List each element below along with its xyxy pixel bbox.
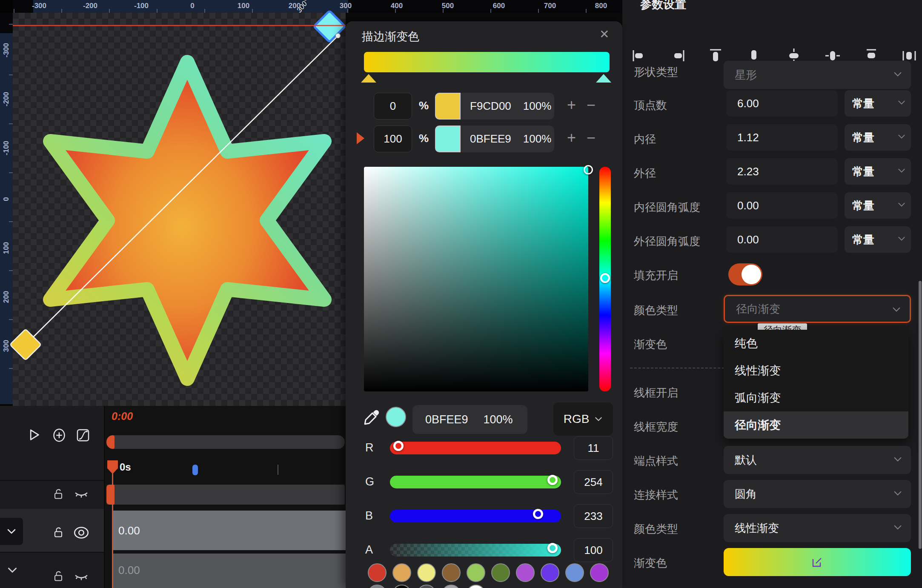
inner-corner-input[interactable]: 0.00 [726,192,838,219]
palette-swatch[interactable] [516,563,535,582]
eye-open-icon[interactable] [72,526,90,539]
inner-radius-input[interactable]: 1.12 [726,124,838,151]
eye-closed-icon[interactable] [73,488,89,500]
palette-swatch[interactable] [392,563,411,582]
inner-radius-mode-dropdown[interactable]: 常量 [845,124,911,151]
ruler-label: 600 [493,2,505,10]
stop-position-input[interactable]: 0 [374,93,412,120]
stop-position-input[interactable]: 100 [374,126,412,152]
outer-corner-input[interactable]: 0.00 [726,226,838,253]
palette-swatch[interactable] [491,563,510,582]
slider-knob[interactable] [393,441,404,451]
hue-slider[interactable] [599,167,611,391]
scrollbar-thumb[interactable] [919,281,922,549]
outer-radius-mode-dropdown[interactable]: 常量 [845,158,911,185]
green-slider[interactable] [390,476,561,488]
vertex-count-input[interactable]: 6.00 [726,90,838,117]
gradient-stop-marker-start[interactable] [361,74,376,83]
palette-swatch[interactable] [442,585,461,588]
stop-hex-field[interactable]: F9CD00 100% [461,93,554,120]
align-right-icon[interactable] [667,46,687,66]
inner-corner-mode-dropdown[interactable]: 常量 [845,192,911,219]
easing-curve-button[interactable] [76,428,90,442]
slider-knob[interactable] [547,475,558,485]
property-track[interactable]: 0.00 [112,554,346,588]
menu-item-radial-gradient[interactable]: 径向渐变 [724,411,908,439]
layer-expand-button[interactable] [0,518,23,545]
stroke-color-type-dropdown[interactable]: 线性渐变 [724,514,911,542]
channel-value[interactable]: 100 [574,538,613,562]
palette-swatch[interactable] [442,563,461,582]
stop-hex-field[interactable]: 0BFEE9 100% [461,126,554,152]
timeline-clip-bar[interactable] [106,485,345,505]
add-keyframe-button[interactable] [52,428,66,442]
channel-value[interactable]: 254 [574,470,613,494]
palette-swatch[interactable] [467,585,485,588]
current-color-swatch[interactable] [386,407,406,427]
saturation-value-picker[interactable] [364,167,588,391]
vertex-count-mode-dropdown[interactable]: 常量 [845,90,911,117]
palette-swatch[interactable] [417,563,436,582]
timeline-scrubber[interactable] [106,435,345,449]
palette-swatch[interactable] [565,563,584,582]
remove-stop-button[interactable]: − [587,96,596,114]
palette-swatch[interactable] [392,585,411,588]
palette-swatch[interactable] [467,563,485,582]
stop-color-swatch[interactable] [435,126,461,152]
sv-selector[interactable] [584,165,593,174]
join-style-dropdown[interactable]: 圆角 [724,480,911,508]
color-type-dropdown[interactable]: 径向渐变 [724,295,911,323]
shape-type-dropdown[interactable]: 星形 [724,61,911,89]
stroke-gradient-panel: 描边渐变色 ✕ 0 % F9CD00 100% + − 100 % 0BFEE9… [346,21,622,588]
red-slider[interactable] [390,442,561,454]
playhead-line[interactable] [112,460,113,588]
channel-value[interactable]: 11 [574,436,613,460]
shape-type-value: 星形 [735,68,757,83]
eye-closed-icon[interactable] [73,571,89,583]
stop-color-swatch[interactable] [435,93,461,120]
keyframe-marker[interactable] [192,465,198,475]
blue-slider[interactable] [390,510,561,522]
play-button[interactable] [26,428,41,442]
app-window: -300 -200 -100 0 100 200 300 400 500 600… [0,0,922,588]
close-icon[interactable]: ✕ [599,27,609,41]
color-type-label: 颜色类型 [634,303,678,318]
palette-swatch[interactable] [590,563,609,582]
palette-swatch[interactable] [368,563,387,582]
eyedropper-icon[interactable] [363,408,381,426]
lock-icon[interactable] [52,569,65,583]
panel-title: 描边渐变色 [362,29,419,44]
outer-radius-input[interactable]: 2.23 [726,158,838,185]
canvas-viewport[interactable] [13,13,346,406]
menu-item-linear-gradient[interactable]: 线性渐变 [724,357,908,384]
add-stop-button[interactable]: + [567,129,576,147]
channel-value[interactable]: 233 [574,504,613,528]
outer-corner-mode-dropdown[interactable]: 常量 [845,226,911,253]
add-stop-button[interactable]: + [567,96,576,114]
remove-stop-button[interactable]: − [587,129,596,147]
layer-expand-button[interactable] [7,567,18,574]
lock-icon[interactable] [52,525,65,539]
hue-knob[interactable] [600,273,610,283]
menu-item-arc-gradient[interactable]: 弧向渐变 [724,384,908,411]
fill-enabled-toggle[interactable] [728,263,762,285]
property-track-selected[interactable]: 0.00 [112,511,346,550]
gradient-stop-marker-end[interactable] [596,74,611,83]
cap-style-dropdown[interactable]: 默认 [724,446,911,474]
palette-swatch[interactable] [541,563,559,582]
gradient-preview-bar[interactable] [364,52,610,72]
clip-start-cap[interactable] [106,485,115,505]
stroke-gradient-button[interactable] [724,548,911,576]
menu-item-solid[interactable]: 纯色 [724,330,908,357]
alpha-gradient [390,544,561,557]
lock-icon[interactable] [52,487,65,501]
alpha-slider[interactable] [390,544,561,557]
slider-knob[interactable] [547,543,558,553]
align-left-icon[interactable] [630,46,650,66]
palette-swatch[interactable] [368,585,387,588]
slider-knob[interactable] [533,509,543,519]
align-top-icon[interactable] [706,46,725,66]
palette-swatch[interactable] [417,585,436,588]
color-mode-dropdown[interactable]: RGB [553,402,613,436]
current-hex-field[interactable]: 0BFEE9 100% [412,405,527,434]
